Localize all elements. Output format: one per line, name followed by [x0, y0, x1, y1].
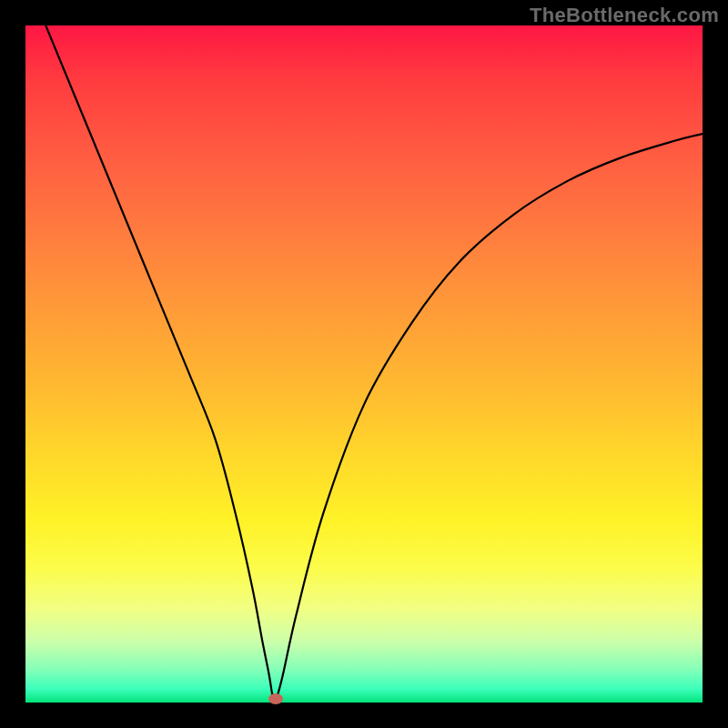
chart-frame: TheBottleneck.com	[0, 0, 728, 728]
minimum-marker	[268, 693, 283, 704]
plot-area	[25, 25, 703, 703]
watermark-text: TheBottleneck.com	[530, 4, 719, 27]
bottleneck-curve	[25, 25, 703, 703]
